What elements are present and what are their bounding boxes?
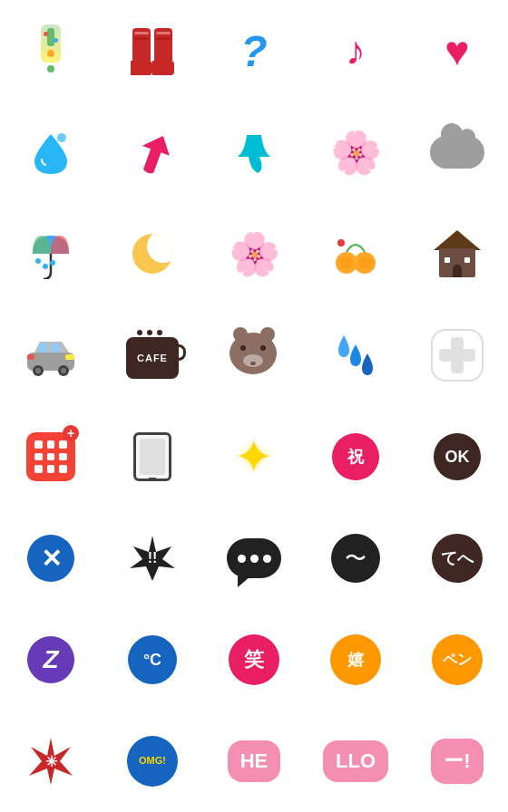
cell-ok: OK: [406, 406, 508, 508]
bear-icon: [230, 333, 278, 378]
cherries-icon: [332, 230, 379, 277]
cell-purple-flower: 🌸: [203, 203, 305, 304]
svg-rect-12: [51, 343, 60, 353]
question-mark-icon: ?: [240, 26, 267, 76]
heart-icon: ♥: [444, 26, 469, 75]
hiragana-icon: てへ: [432, 534, 483, 583]
cell-house: [406, 203, 508, 304]
cell-pink-heart: ♥: [406, 0, 508, 102]
z-icon: Z: [27, 636, 74, 683]
joy-icon: 嬉: [330, 634, 381, 685]
cell-moon: [102, 203, 203, 304]
svg-rect-18: [27, 354, 34, 360]
moon-icon: [132, 234, 172, 274]
svg-point-8: [358, 256, 371, 269]
cell-bear: [203, 304, 305, 406]
cell-joy: 嬉: [305, 609, 406, 710]
pink-arrow-icon: [130, 128, 175, 177]
emoji-grid: ? ♪ ♥ 🌸: [0, 0, 508, 812]
cell-z: Z: [0, 609, 102, 710]
exclaim-burst-icon: !!: [128, 534, 177, 583]
svg-rect-11: [38, 343, 47, 353]
cell-sparkle: ✦: [203, 406, 305, 508]
cell-asterisk: ✳: [0, 710, 102, 812]
red-grid-icon: +: [26, 432, 75, 481]
cell-he: HE: [203, 710, 305, 812]
llo-tag: LLO: [323, 740, 388, 782]
svg-point-0: [57, 133, 66, 142]
cell-cyan-arrow: [203, 102, 305, 203]
x-mark-icon: ✕: [27, 535, 74, 582]
cell-laugh: 笑: [203, 609, 305, 710]
purple-flower-icon: 🌸: [229, 229, 280, 278]
asterisk-icon: ✳: [25, 736, 76, 787]
laugh-icon: 笑: [229, 634, 279, 685]
cell-white-cross: [406, 304, 508, 406]
celsius-icon: °C: [128, 635, 177, 684]
cell-llo: LLO: [305, 710, 406, 812]
svg-point-16: [61, 368, 66, 373]
cyan-arrow-icon: [232, 130, 276, 175]
speech-bubble-icon: [227, 538, 281, 578]
water-drop-icon: [27, 129, 74, 176]
he-tag: HE: [228, 740, 281, 782]
cell-speech-bubble: [203, 508, 305, 609]
cell-red-boots: [102, 0, 203, 102]
cell-spiral: 〜: [305, 508, 406, 609]
spiral-icon: 〜: [331, 534, 380, 583]
cell-cherries: [305, 203, 406, 304]
umbrella-icon: [25, 228, 76, 279]
cell-pen: ペン: [406, 609, 508, 710]
svg-point-9: [337, 239, 345, 246]
cell-hiragana: てへ: [406, 508, 508, 609]
cell-celsius: °C: [102, 609, 203, 710]
music-note-icon: ♪: [346, 28, 366, 73]
svg-point-2: [35, 258, 41, 264]
dash-tag: ー!: [431, 739, 483, 784]
cell-cloud: [406, 102, 508, 203]
celebration-icon: 祝: [332, 433, 379, 480]
cell-car: [0, 304, 102, 406]
svg-point-3: [43, 264, 48, 269]
cell-question: ?: [203, 0, 305, 102]
cell-dash: ー!: [406, 710, 508, 812]
white-cross-icon: [433, 331, 482, 380]
svg-rect-17: [65, 354, 74, 360]
cloud-icon: [430, 136, 484, 169]
cell-exclamation-yellow: [0, 0, 102, 102]
cell-x-mark: ✕: [0, 508, 102, 609]
cell-music-note: ♪: [305, 0, 406, 102]
svg-point-4: [50, 260, 55, 266]
svg-point-14: [35, 368, 41, 373]
house-icon: [434, 230, 481, 277]
cell-tablet: [102, 406, 203, 508]
cafe-text-label: CAFE: [137, 353, 168, 363]
sparkle-icon: ✦: [234, 430, 274, 484]
car-icon: [24, 334, 78, 376]
cell-red-flower: 🌸: [305, 102, 406, 203]
red-flower-icon: 🌸: [330, 128, 382, 177]
svg-point-7: [340, 256, 353, 269]
cell-umbrella: [0, 203, 102, 304]
pen-icon: ペン: [432, 634, 483, 685]
cell-pink-arrow: [102, 102, 203, 203]
cell-celebration: 祝: [305, 406, 406, 508]
cell-omg: OMG!: [102, 710, 203, 812]
cell-water-drops: [305, 304, 406, 406]
tablet-icon: [133, 432, 171, 481]
cell-water-drop: [0, 102, 102, 203]
ok-icon: OK: [434, 433, 481, 480]
cell-cafe: CAFE: [102, 304, 203, 406]
omg-icon: OMG!: [127, 736, 178, 787]
cell-exclaim-black: !!: [102, 508, 203, 609]
cell-red-grid: +: [0, 406, 102, 508]
cafe-icon: CAFE: [126, 332, 179, 379]
water-drops-icon: [335, 332, 376, 379]
